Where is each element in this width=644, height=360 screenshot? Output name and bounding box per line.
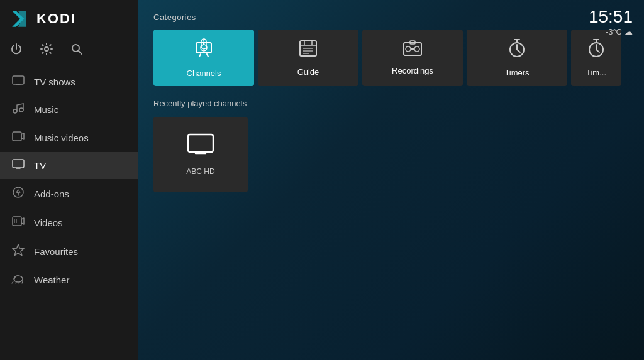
recently-played-section: Recently played channels ABC HD (153, 99, 629, 192)
videos-icon (11, 215, 25, 230)
weather-cloud-icon: ☁ (625, 27, 633, 36)
svg-rect-50 (188, 134, 213, 152)
sidebar-item-label: Favourites (34, 246, 78, 257)
temperature-display: -3°C (606, 27, 622, 36)
sidebar-item-music[interactable]: Music (0, 95, 138, 124)
clock-weather: -3°C ☁ (589, 27, 633, 36)
timers2-tile-label: Tim... (586, 68, 606, 77)
category-tile-channels[interactable]: Channels (153, 30, 254, 86)
category-tile-timers2[interactable]: Tim... (571, 30, 621, 86)
svg-line-24 (207, 54, 208, 57)
category-tile-guide[interactable]: Guide (258, 30, 358, 86)
svg-line-23 (199, 54, 201, 57)
categories-section: Categories Channels (153, 13, 629, 86)
channels-row: ABC HD (153, 117, 629, 192)
svg-point-2 (45, 47, 48, 51)
recordings-tile-label: Recordings (392, 66, 433, 75)
favourites-icon (11, 244, 25, 259)
sidebar-item-label: Weather (34, 275, 69, 285)
music-icon (11, 102, 25, 117)
sidebar-item-weather[interactable]: Weather (0, 266, 138, 294)
sidebar-header: KODI (0, 0, 138, 38)
channels-icon (193, 38, 214, 63)
svg-point-37 (414, 46, 419, 52)
sidebar: KODI TV shows (0, 0, 138, 360)
svg-rect-11 (13, 160, 24, 168)
add-ons-icon (11, 186, 25, 202)
svg-rect-5 (13, 76, 24, 84)
svg-point-8 (13, 109, 17, 113)
svg-line-42 (517, 50, 520, 52)
categories-row: Channels Guide (153, 30, 629, 86)
settings-icon (40, 43, 53, 55)
sidebar-nav: TV shows Music Music videos TV (0, 68, 138, 360)
search-icon (70, 43, 83, 55)
sidebar-top-icons (0, 38, 138, 68)
guide-icon (298, 39, 318, 62)
timers-icon (508, 38, 526, 63)
sidebar-item-videos[interactable]: Videos (0, 209, 138, 237)
timers2-icon (587, 38, 605, 63)
channels-tile-label: Channels (187, 68, 221, 78)
channel-tile-abc-hd[interactable]: ABC HD (153, 117, 248, 192)
power-button[interactable] (10, 43, 23, 58)
sidebar-item-favourites[interactable]: Favourites (0, 237, 138, 266)
kodi-logo-icon (10, 9, 30, 29)
weather-icon (11, 273, 25, 287)
guide-tile-label: Guide (297, 67, 319, 77)
sidebar-item-label: Music (34, 104, 58, 115)
sidebar-item-add-ons[interactable]: Add-ons (0, 179, 138, 209)
settings-button[interactable] (40, 43, 53, 58)
main-content: 15:51 -3°C ☁ Categories (138, 0, 644, 360)
recently-played-label: Recently played channels (153, 99, 629, 108)
clock-time: 15:51 (589, 8, 633, 27)
search-button[interactable] (70, 43, 83, 58)
music-videos-icon (11, 131, 25, 145)
recordings-icon (402, 40, 423, 61)
sidebar-item-label: Add-ons (34, 188, 69, 199)
svg-point-9 (19, 108, 23, 112)
timers-tile-label: Timers (504, 68, 529, 77)
svg-rect-16 (13, 217, 21, 226)
category-tile-timers[interactable]: Timers (467, 30, 567, 86)
sidebar-item-label: Videos (34, 217, 63, 228)
power-icon (10, 43, 23, 55)
channel-tile-label: ABC HD (186, 167, 214, 176)
clock-area: 15:51 -3°C ☁ (589, 8, 633, 36)
sidebar-item-music-videos[interactable]: Music videos (0, 124, 138, 152)
svg-rect-10 (13, 132, 21, 141)
sidebar-item-tv-shows[interactable]: TV shows (0, 68, 138, 95)
sidebar-item-tv[interactable]: TV (0, 152, 138, 179)
sidebar-item-label: TV shows (34, 77, 75, 87)
category-tile-recordings[interactable]: Recordings (362, 30, 463, 86)
sidebar-item-label: Music videos (34, 133, 89, 143)
sidebar-item-label: TV (34, 160, 46, 171)
app-title: KODI (36, 11, 76, 27)
channel-tv-icon (187, 133, 214, 161)
tv-shows-icon (11, 75, 25, 89)
svg-point-26 (203, 43, 205, 45)
svg-point-36 (406, 46, 411, 52)
svg-line-4 (79, 51, 82, 54)
svg-line-47 (596, 50, 599, 52)
tv-icon (11, 159, 25, 172)
categories-label: Categories (153, 13, 629, 22)
svg-marker-19 (13, 244, 24, 256)
